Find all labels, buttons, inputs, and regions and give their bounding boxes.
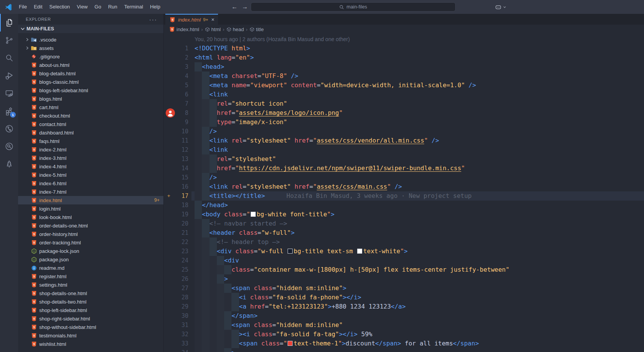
code-line[interactable]: 10/> bbox=[164, 127, 644, 136]
code-line[interactable]: 32><i class="fa-solid fa-tag"></i> 59% bbox=[164, 330, 644, 339]
file-row[interactable]: 5cart.html bbox=[18, 103, 163, 111]
file-row[interactable]: 5index-7.html bbox=[18, 188, 163, 196]
code-line[interactable]: 5<meta name="viewport" content="width=de… bbox=[164, 81, 644, 90]
code-line[interactable]: 15/> bbox=[164, 173, 644, 182]
file-row[interactable]: 5blogs.html bbox=[18, 95, 163, 103]
code-line[interactable]: 18</head> bbox=[164, 201, 644, 210]
code-line[interactable]: 12<link bbox=[164, 145, 644, 154]
file-row[interactable]: 5index-4.html bbox=[18, 162, 163, 171]
tab-index-html[interactable]: 5 index.html 9+ × bbox=[165, 14, 218, 25]
activity-item-run-debug[interactable] bbox=[0, 67, 18, 85]
command-center-search[interactable]: main-files bbox=[251, 2, 456, 12]
file-row[interactable]: 5testimonials.html bbox=[18, 331, 163, 340]
code-line[interactable]: 28<i class="fa-solid fa-phone"></i> bbox=[164, 293, 644, 302]
code-line[interactable]: 16<link rel="stylesheet" href="assets/cs… bbox=[164, 182, 644, 191]
breadcrumb-item-head[interactable]: head bbox=[226, 27, 244, 32]
file-row[interactable]: 5index-6.html bbox=[18, 179, 163, 188]
menu-go[interactable]: Go bbox=[91, 0, 105, 14]
breadcrumb-item-index-html[interactable]: 5index.html bbox=[169, 27, 199, 32]
file-row[interactable]: {}package-lock.json bbox=[18, 247, 163, 255]
code-line[interactable]: 4<meta charset="UTF-8" /> bbox=[164, 71, 644, 81]
file-row[interactable]: 5register.html bbox=[18, 272, 163, 281]
section-header-main-files[interactable]: MAIN-FILES bbox=[18, 25, 163, 33]
activity-item-extensions[interactable]: 1 bbox=[0, 102, 18, 120]
file-row[interactable]: 5index-2.html bbox=[18, 145, 163, 154]
menu-view[interactable]: View bbox=[73, 0, 91, 14]
code-line[interactable]: 3<head> bbox=[164, 62, 644, 71]
code-line[interactable]: 21<header class="w-full"> bbox=[164, 228, 644, 237]
file-row[interactable]: 5shop-left-sidebar.html bbox=[18, 306, 163, 314]
file-row[interactable]: assets bbox=[18, 44, 163, 52]
file-row[interactable]: 5order-history.html bbox=[18, 230, 163, 238]
file-row[interactable]: {}package.json bbox=[18, 255, 163, 264]
file-row[interactable]: 5shop-details-two.html bbox=[18, 297, 163, 306]
breadcrumb-item-title[interactable]: title bbox=[250, 27, 264, 32]
history-forward-button[interactable]: → bbox=[240, 0, 250, 14]
file-row[interactable]: 5blog-details.html bbox=[18, 69, 163, 78]
code-line[interactable]: 7rel="shortcut icon" bbox=[164, 99, 644, 108]
file-row[interactable]: 5checkout.html bbox=[18, 111, 163, 120]
more-actions-button[interactable]: ··· bbox=[149, 16, 157, 23]
close-icon[interactable]: × bbox=[211, 17, 214, 23]
activity-item-explorer[interactable] bbox=[0, 14, 18, 32]
code-line[interactable]: 24<div bbox=[164, 256, 644, 265]
codelens-authors[interactable]: You, 20 hours ago | 2 authors (Hozaifa B… bbox=[195, 35, 350, 44]
file-row[interactable]: 5shop-without-sidebar.html bbox=[18, 323, 163, 331]
file-row[interactable]: 5index.html9+ bbox=[18, 196, 163, 204]
file-row[interactable]: 5wishlist.html bbox=[18, 340, 163, 348]
copilot-icon[interactable] bbox=[494, 0, 506, 14]
code-line[interactable]: 33<span class="text-theme-1">discount</s… bbox=[164, 339, 644, 348]
file-row[interactable]: 5faqs.html bbox=[18, 137, 163, 145]
history-back-button[interactable]: ← bbox=[230, 0, 240, 14]
file-row[interactable]: 5dashboard.html bbox=[18, 128, 163, 137]
file-row[interactable]: 5about-us.html bbox=[18, 61, 163, 69]
menu-run[interactable]: Run bbox=[105, 0, 121, 14]
code-line[interactable]: 2<html lang="en"> bbox=[164, 53, 644, 62]
activity-item-gitlens-inspect[interactable] bbox=[0, 138, 18, 155]
menu-file[interactable]: File bbox=[15, 0, 30, 14]
code-line[interactable]: 8href="assets/images/logo/icon.png" bbox=[164, 108, 644, 118]
code-line[interactable]: 22<!— header top —> bbox=[164, 237, 644, 247]
code-line[interactable]: 27<span class="hidden sm:inline"> bbox=[164, 284, 644, 293]
file-row[interactable]: 5blogs-left-sidebar.html bbox=[18, 86, 163, 95]
code-line[interactable]: 20<!— navbar started —> bbox=[164, 219, 644, 228]
file-row[interactable]: 5shop-details-one.html bbox=[18, 289, 163, 297]
activity-item-todo-tree[interactable] bbox=[0, 155, 18, 173]
code-line[interactable]: 26> bbox=[164, 274, 644, 284]
code-line[interactable]: 25class="container max-w-[1800px] h-[50p… bbox=[164, 265, 644, 274]
file-row[interactable]: 5order-details-one.html bbox=[18, 221, 163, 230]
code-line[interactable]: 29<a href="tel:+123123123">+880 1234 123… bbox=[164, 302, 644, 311]
menu-help[interactable]: Help bbox=[146, 0, 164, 14]
code-line[interactable]: 17<title></title>Hozaifa Bin Masud, 3 we… bbox=[164, 191, 644, 201]
file-row[interactable]: 5index-5.html bbox=[18, 171, 163, 179]
code-line[interactable]: 19<body class="bg-white font-title"> bbox=[164, 210, 644, 219]
file-row[interactable]: 5index-3.html bbox=[18, 154, 163, 162]
menu-selection[interactable]: Selection bbox=[46, 0, 73, 14]
activity-item-search[interactable] bbox=[0, 49, 18, 67]
activity-item-remote-explorer[interactable] bbox=[0, 85, 18, 102]
code-area[interactable]: You, 20 hours ago | 2 authors (Hozaifa B… bbox=[164, 34, 644, 352]
file-row[interactable]: 5login.html bbox=[18, 204, 163, 213]
code-line[interactable]: 6<link bbox=[164, 90, 644, 99]
activity-item-gitlens[interactable] bbox=[0, 120, 18, 138]
file-row[interactable]: 5contact.html bbox=[18, 120, 163, 128]
file-row[interactable]: 5look-book.html bbox=[18, 213, 163, 221]
code-line[interactable]: 23<div class="w-full bg-title text-sm te… bbox=[164, 247, 644, 256]
menu-terminal[interactable]: Terminal bbox=[121, 0, 146, 14]
file-row[interactable]: 5order-tracking.html bbox=[18, 238, 163, 247]
code-line[interactable]: 31<span class="hidden md:inline" bbox=[164, 320, 644, 330]
code-line[interactable]: 14href="https://cdn.jsdelivr.net/npm/swi… bbox=[164, 164, 644, 173]
code-line[interactable]: 13rel="stylesheet" bbox=[164, 154, 644, 164]
breadcrumb-item-html[interactable]: html bbox=[205, 27, 221, 32]
file-row[interactable]: 5settings.html bbox=[18, 281, 163, 289]
file-row[interactable]: 5blogs-classic.html bbox=[18, 78, 163, 86]
activity-item-source-control[interactable] bbox=[0, 32, 18, 49]
code-line[interactable]: 34> bbox=[164, 348, 644, 352]
file-row[interactable]: 5shop-right-sidebar.html bbox=[18, 314, 163, 323]
file-row[interactable]: readme.md bbox=[18, 264, 163, 272]
code-line[interactable]: 1<!DOCTYPE html> bbox=[164, 44, 644, 53]
menu-edit[interactable]: Edit bbox=[30, 0, 46, 14]
file-row[interactable]: .vscode bbox=[18, 35, 163, 44]
file-row[interactable]: .gitignore bbox=[18, 52, 163, 61]
code-line[interactable]: 9type="image/x-icon" bbox=[164, 118, 644, 127]
